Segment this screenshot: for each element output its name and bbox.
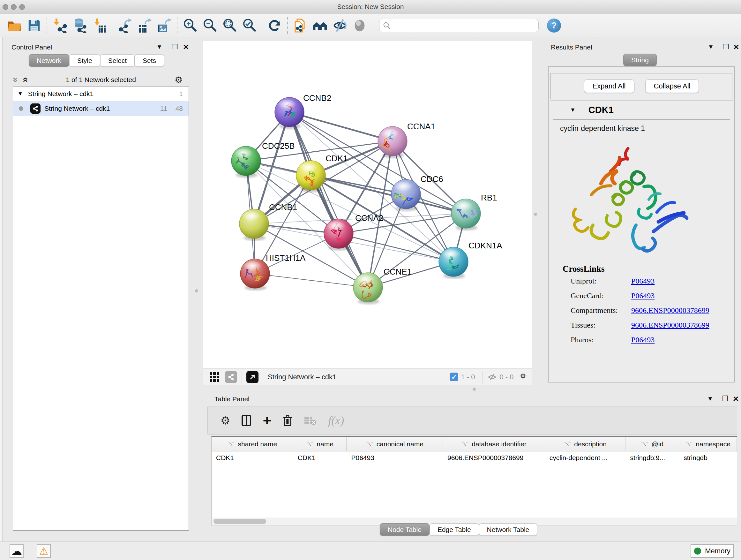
table-cell[interactable]: cyclin-dependent ... bbox=[545, 451, 626, 464]
results-panel-float-icon[interactable]: ❒ bbox=[723, 43, 729, 51]
memory-button[interactable]: Memory bbox=[690, 544, 734, 558]
hide-selected-button[interactable] bbox=[330, 16, 350, 35]
add-column-plus-icon[interactable]: + bbox=[263, 415, 271, 427]
tab-network-table[interactable]: Network Table bbox=[479, 523, 537, 536]
new-network-from-selection-button[interactable] bbox=[290, 16, 310, 35]
open-in-window-button[interactable] bbox=[246, 371, 259, 383]
birdseye-crosshair-icon[interactable]: ⌖ bbox=[519, 369, 527, 383]
tab-network[interactable]: Network bbox=[29, 54, 69, 67]
show-all-networks-button[interactable] bbox=[310, 16, 330, 35]
column-header-name[interactable]: ⌥name bbox=[293, 437, 347, 451]
splitter-handle[interactable] bbox=[195, 289, 198, 293]
tab-sets[interactable]: Sets bbox=[135, 54, 164, 67]
node-CDKN1A[interactable]: CDKN1A bbox=[439, 241, 502, 279]
table-row[interactable]: CDK1CDK1P064939606.ENSP00000378699cyclin… bbox=[212, 451, 737, 464]
save-session-button[interactable] bbox=[24, 16, 44, 35]
show-hidden-button[interactable] bbox=[350, 16, 369, 35]
network-row[interactable]: String Network – cdk1 11 48 bbox=[13, 101, 189, 116]
collection-collapse-icon[interactable]: ▼ bbox=[17, 91, 23, 97]
expand-all-button[interactable]: Expand All bbox=[584, 79, 634, 93]
search-input[interactable] bbox=[379, 19, 539, 32]
node-CCNB1[interactable]: CCNB1 bbox=[239, 202, 297, 241]
entry-collapse-icon[interactable]: ▼ bbox=[570, 107, 576, 113]
results-panel-menu-icon[interactable]: ▼ bbox=[708, 44, 714, 51]
node-CCNE1[interactable]: CCNE1 bbox=[353, 267, 412, 304]
node-CDC25B[interactable]: CDC25B bbox=[231, 141, 295, 178]
toolbar-separator bbox=[177, 17, 178, 34]
node-RB1[interactable]: RB1 bbox=[451, 193, 497, 231]
cloud-status-button[interactable]: ☁ bbox=[10, 544, 23, 558]
left-edge-strip bbox=[0, 37, 3, 542]
tab-string[interactable]: String bbox=[623, 54, 657, 66]
table-cell[interactable]: P06493 bbox=[347, 451, 443, 464]
protein-structure-image bbox=[562, 136, 697, 270]
table-settings-gear-icon[interactable]: ⚙ bbox=[220, 414, 230, 427]
scrollbar-thumb[interactable] bbox=[213, 519, 266, 524]
zoom-fit-button[interactable] bbox=[219, 16, 239, 35]
edge-HIST1H1A-CCNE1[interactable] bbox=[255, 273, 368, 287]
column-header-canonical-name[interactable]: ⌥canonical name bbox=[347, 437, 443, 451]
help-button[interactable]: ? bbox=[547, 18, 561, 33]
export-network-button[interactable] bbox=[115, 16, 135, 35]
table-cell[interactable]: 9606.ENSP00000378699 bbox=[443, 451, 545, 464]
right-splitter[interactable] bbox=[532, 37, 539, 391]
zoom-selected-button[interactable] bbox=[239, 16, 259, 35]
node-CCNB2[interactable]: CCNB2 bbox=[275, 93, 331, 129]
node-HIST1H1A[interactable]: HIST1H1A bbox=[240, 253, 306, 291]
table-cell[interactable]: stringdb bbox=[679, 451, 737, 464]
table-panel-close-icon[interactable]: × bbox=[733, 393, 739, 404]
tab-style[interactable]: Style bbox=[69, 54, 100, 67]
crosslink-link[interactable]: P06493 bbox=[631, 292, 655, 300]
splitter-handle[interactable] bbox=[473, 388, 476, 391]
refresh-button[interactable] bbox=[265, 16, 285, 35]
table-cell[interactable]: CDK1 bbox=[212, 451, 293, 464]
gene-entry-header[interactable]: ▼ CDK1 bbox=[550, 101, 733, 119]
network-options-gear-icon[interactable]: ⚙ bbox=[175, 75, 183, 85]
control-panel-menu-icon[interactable]: ▼ bbox=[156, 44, 162, 51]
table-cell[interactable]: CDK1 bbox=[293, 451, 347, 464]
collapse-all-button[interactable]: Collapse All bbox=[645, 79, 699, 93]
selected-checkbox-icon[interactable]: ✓ bbox=[450, 373, 458, 381]
column-header-shared-name[interactable]: ⌥shared name bbox=[212, 437, 293, 451]
grid-view-icon[interactable] bbox=[209, 372, 220, 382]
export-image-button[interactable] bbox=[154, 16, 174, 35]
zoom-out-button[interactable] bbox=[200, 16, 219, 35]
crosslink-link[interactable]: 9606.ENSP00000378699 bbox=[631, 306, 710, 315]
table-panel-float-icon[interactable]: ❒ bbox=[722, 395, 729, 403]
network-canvas[interactable]: CCNB2CCNA1CDC25BCDK1CDC6RB1CCNB1CCNA2CDK… bbox=[203, 41, 532, 368]
column-header-namespace[interactable]: ⌥namespace bbox=[679, 437, 737, 451]
splitter-handle[interactable] bbox=[534, 212, 537, 216]
tab-node-table[interactable]: Node Table bbox=[380, 523, 429, 536]
control-panel-close-icon[interactable]: × bbox=[183, 42, 189, 52]
control-panel-float-icon[interactable]: ❒ bbox=[172, 43, 178, 51]
crosslink-link[interactable]: 9606.ENSP00000378699 bbox=[631, 321, 710, 329]
results-panel-close-icon[interactable]: × bbox=[733, 42, 739, 52]
table-panel-menu-icon[interactable]: ▼ bbox=[707, 395, 713, 402]
open-session-button[interactable] bbox=[4, 16, 24, 35]
import-table-button[interactable] bbox=[89, 16, 109, 35]
expand-all-icon[interactable]: » bbox=[20, 77, 29, 83]
tab-edge-table[interactable]: Edge Table bbox=[429, 523, 479, 536]
column-header-database-identifier[interactable]: ⌥database identifier bbox=[443, 437, 545, 451]
left-splitter[interactable] bbox=[190, 37, 203, 542]
node-CCNA1[interactable]: CCNA1 bbox=[378, 122, 435, 158]
delete-column-trash-icon[interactable] bbox=[283, 415, 292, 426]
network-graph[interactable]: CCNB2CCNA1CDC25BCDK1CDC6RB1CCNB1CCNA2CDK… bbox=[203, 41, 532, 368]
string-badge-icon[interactable] bbox=[225, 371, 237, 383]
show-columns-icon[interactable] bbox=[242, 415, 251, 426]
column-header-description[interactable]: ⌥description bbox=[545, 437, 626, 451]
warnings-button[interactable]: ⚠ bbox=[37, 544, 51, 558]
column-header--id[interactable]: ⌥@id bbox=[625, 437, 679, 451]
export-table-button[interactable] bbox=[135, 16, 154, 35]
table-cell[interactable]: stringdb:9... bbox=[625, 451, 679, 464]
import-database-button[interactable] bbox=[70, 16, 89, 35]
node-label-CDC6: CDC6 bbox=[421, 174, 443, 184]
network-collection-row[interactable]: ▼ String Network – cdk1 1 bbox=[13, 86, 189, 101]
zoom-in-button[interactable] bbox=[180, 16, 200, 35]
crosslink-link[interactable]: P06493 bbox=[631, 277, 655, 286]
crosslink-link[interactable]: P06493 bbox=[631, 335, 655, 344]
import-table-icon bbox=[91, 18, 107, 33]
node-label-HIST1H1A: HIST1H1A bbox=[266, 253, 306, 263]
tab-select[interactable]: Select bbox=[100, 54, 135, 67]
import-network-button[interactable] bbox=[50, 16, 70, 35]
